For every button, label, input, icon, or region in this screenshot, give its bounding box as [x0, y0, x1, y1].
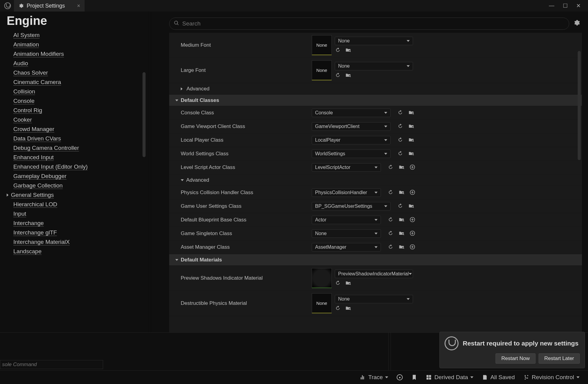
- sidebar-item[interactable]: Enhanced Input (Editor Only): [13, 163, 149, 170]
- sidebar-item[interactable]: Animation: [13, 41, 149, 48]
- reset-icon[interactable]: [388, 164, 394, 171]
- sidebar-item[interactable]: Audio: [13, 60, 149, 67]
- sidebar-item[interactable]: Enhanced Input: [13, 154, 149, 161]
- tab-project-settings[interactable]: Project Settings ×: [14, 0, 85, 12]
- asset-dropdown[interactable]: PreviewShadowIndicatorMaterial: [335, 270, 413, 278]
- restart-later-button[interactable]: Restart Later: [539, 353, 580, 364]
- trace-button[interactable]: Trace: [360, 374, 388, 381]
- class-dropdown[interactable]: None: [312, 229, 381, 238]
- browse-icon[interactable]: [345, 305, 352, 312]
- class-dropdown[interactable]: GameViewportClient: [312, 122, 391, 131]
- reset-icon[interactable]: [335, 305, 341, 312]
- browse-icon[interactable]: [398, 217, 405, 223]
- browse-icon[interactable]: [408, 109, 415, 116]
- minimize-button[interactable]: —: [549, 2, 554, 9]
- search-box[interactable]: [169, 18, 569, 30]
- reset-icon[interactable]: [388, 217, 394, 223]
- class-dropdown[interactable]: AssetManager: [312, 243, 381, 251]
- reset-icon[interactable]: [397, 123, 404, 130]
- section-default-classes[interactable]: Default Classes: [169, 95, 582, 106]
- settings-gear-button[interactable]: [573, 19, 582, 28]
- sidebar-item[interactable]: Debug Camera Controller: [13, 145, 149, 151]
- class-dropdown[interactable]: LocalPlayer: [312, 136, 391, 144]
- class-dropdown[interactable]: Actor: [312, 216, 381, 224]
- record-icon[interactable]: ●: [397, 374, 403, 380]
- sidebar-item[interactable]: Cinematic Camera: [13, 79, 149, 86]
- close-button[interactable]: ✕: [576, 2, 581, 9]
- section-default-materials[interactable]: Default Materials: [169, 254, 582, 266]
- reset-icon[interactable]: [388, 189, 394, 196]
- sidebar-item[interactable]: Garbage Collection: [13, 182, 149, 189]
- maximize-button[interactable]: ☐: [563, 2, 568, 9]
- add-icon[interactable]: [409, 217, 416, 223]
- sidebar-scrollbar[interactable]: [143, 72, 146, 157]
- sidebar-item[interactable]: Crowd Manager: [13, 126, 149, 133]
- class-dropdown[interactable]: WorldSettings: [312, 150, 391, 158]
- bottom-splitter[interactable]: [388, 333, 391, 370]
- asset-thumbnail[interactable]: [312, 268, 332, 288]
- browse-icon[interactable]: [345, 280, 352, 287]
- browse-icon[interactable]: [398, 244, 405, 251]
- browse-icon[interactable]: [408, 203, 415, 210]
- class-dropdown[interactable]: PhysicsCollisionHandler: [312, 188, 381, 197]
- close-icon[interactable]: ×: [77, 3, 80, 9]
- asset-thumbnail[interactable]: None: [312, 35, 332, 55]
- browse-icon[interactable]: [408, 150, 415, 157]
- class-dropdown[interactable]: BP_SGGameUserSettings: [312, 202, 391, 211]
- sidebar-item[interactable]: Animation Modifiers: [13, 51, 149, 57]
- class-dropdown[interactable]: Console: [312, 109, 391, 117]
- browse-icon[interactable]: [398, 189, 405, 196]
- reset-icon[interactable]: [397, 150, 404, 157]
- restart-now-button[interactable]: Restart Now: [496, 353, 536, 364]
- advanced-toggle[interactable]: Advanced: [169, 83, 582, 95]
- sidebar-item[interactable]: Chaos Solver: [13, 69, 149, 76]
- asset-thumbnail[interactable]: None: [312, 293, 332, 313]
- sidebar-item[interactable]: Interchange MaterialX: [13, 239, 149, 245]
- add-icon[interactable]: [409, 164, 416, 171]
- sidebar-item[interactable]: General Settings: [13, 192, 149, 198]
- sidebar-item[interactable]: AI System: [13, 32, 149, 39]
- asset-thumbnail[interactable]: None: [312, 60, 332, 80]
- add-icon[interactable]: [409, 189, 416, 196]
- browse-icon[interactable]: [398, 230, 405, 237]
- add-icon[interactable]: [409, 244, 416, 251]
- sidebar-item[interactable]: Landscape: [13, 248, 149, 255]
- derived-data-button[interactable]: Derived Data: [426, 374, 473, 381]
- sidebar-item[interactable]: Console: [13, 98, 149, 104]
- reset-icon[interactable]: [335, 72, 341, 79]
- sidebar-item[interactable]: Cooker: [13, 116, 149, 123]
- reset-icon[interactable]: [388, 244, 394, 251]
- browse-icon[interactable]: [345, 47, 352, 54]
- sidebar-item[interactable]: Collision: [13, 88, 149, 95]
- sidebar-item[interactable]: Input: [13, 211, 149, 217]
- asset-dropdown[interactable]: None: [335, 62, 413, 70]
- panel-scrollbar[interactable]: [578, 51, 581, 160]
- revision-control-button[interactable]: Revision Control: [523, 374, 580, 381]
- sidebar-item[interactable]: Control Rig: [13, 107, 149, 114]
- advanced-toggle[interactable]: Advanced: [169, 174, 582, 186]
- sidebar-item[interactable]: Interchange glTF: [13, 229, 149, 236]
- class-dropdown[interactable]: LevelScriptActor: [312, 163, 381, 172]
- search-input[interactable]: [182, 20, 565, 27]
- browse-icon[interactable]: [345, 72, 352, 79]
- console-command-input[interactable]: [0, 360, 103, 369]
- all-saved-button[interactable]: All Saved: [482, 374, 515, 381]
- browse-icon[interactable]: [408, 137, 415, 143]
- reset-icon[interactable]: [388, 230, 394, 237]
- add-icon[interactable]: [409, 230, 416, 237]
- reset-icon[interactable]: [397, 203, 404, 210]
- asset-dropdown[interactable]: None: [335, 37, 413, 45]
- browse-icon[interactable]: [408, 123, 415, 130]
- sidebar-item[interactable]: Hierarchical LOD: [13, 201, 149, 208]
- browse-icon[interactable]: [398, 164, 405, 171]
- sidebar-item[interactable]: Interchange: [13, 220, 149, 227]
- asset-dropdown[interactable]: None: [335, 295, 413, 303]
- sidebar-item[interactable]: Gameplay Debugger: [13, 173, 149, 180]
- reset-icon[interactable]: [397, 137, 404, 143]
- bookmark-button[interactable]: [411, 374, 417, 380]
- reset-icon[interactable]: [397, 109, 404, 116]
- reset-icon[interactable]: [335, 280, 341, 287]
- vertical-splitter[interactable]: [149, 12, 151, 332]
- sidebar-item[interactable]: Data Driven CVars: [13, 135, 149, 142]
- reset-icon[interactable]: [335, 47, 341, 54]
